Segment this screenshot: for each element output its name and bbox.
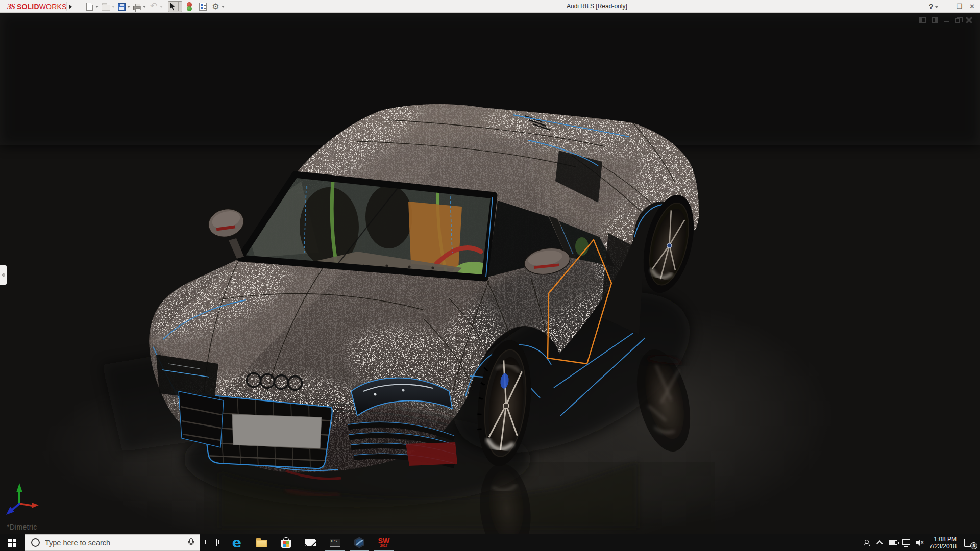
undo-arrow-icon: ↶ <box>149 2 158 11</box>
window-title: Audi R8 S [Read-only] <box>567 3 627 10</box>
rebuild-trafficlight-icon <box>186 2 192 11</box>
cortana-circle-icon <box>31 538 40 547</box>
new-document-button[interactable] <box>84 1 100 12</box>
start-button[interactable] <box>0 534 24 551</box>
task-view-button[interactable] <box>200 534 225 551</box>
gear-icon: ⚙ <box>211 2 220 11</box>
select-cursor-icon <box>170 3 177 11</box>
windows-logo-icon <box>8 539 16 547</box>
store-icon <box>281 540 291 548</box>
select-tool-button[interactable] <box>168 1 182 12</box>
volume-muted-icon[interactable]: × <box>913 534 926 551</box>
taskbar-item-store[interactable] <box>274 534 298 551</box>
open-button[interactable] <box>101 1 116 12</box>
task-view-icon <box>208 539 217 546</box>
red-lip-accent <box>406 442 457 466</box>
panel-tab-handle-icon <box>2 273 5 277</box>
show-hidden-icons-chevron[interactable] <box>873 534 887 551</box>
minimize-button[interactable]: – <box>945 3 949 10</box>
people-tray-icon[interactable] <box>860 534 873 551</box>
dropdown-arrow-icon[interactable] <box>143 6 146 8</box>
close-button[interactable]: ✕ <box>969 3 975 10</box>
tray-time: 1:08 PM <box>929 536 957 543</box>
dropdown-arrow-icon[interactable] <box>127 6 130 8</box>
save-floppy-icon <box>118 3 126 11</box>
file-properties-icon <box>199 3 207 11</box>
taskbar-item-solidworks[interactable]: SW 2017 <box>372 534 396 551</box>
license-plate-blank <box>232 414 322 448</box>
tray-date: 7/23/2018 <box>929 543 957 550</box>
taskbar-item-file-explorer[interactable] <box>249 534 274 551</box>
network-icon[interactable] <box>900 534 913 551</box>
battery-icon[interactable] <box>887 534 900 551</box>
document-restore-button[interactable] <box>955 18 960 23</box>
search-input[interactable] <box>45 539 188 547</box>
dropdown-arrow-icon[interactable] <box>935 6 938 8</box>
show-pane-right-icon[interactable] <box>932 17 938 23</box>
edge-icon: e <box>232 537 241 549</box>
titlebar: 3S SOLID WORKS ↶ ⚙ Audi R8 S [Read-only]… <box>0 0 980 13</box>
undo-button[interactable]: ↶ <box>148 1 164 12</box>
taskbar-item-mail[interactable] <box>298 534 323 551</box>
document-window-controls <box>919 17 972 23</box>
solidworks-logo: 3S SOLID WORKS <box>7 1 67 12</box>
print-button[interactable] <box>132 1 147 12</box>
window-controls: ? – ❐ ✕ <box>929 0 975 13</box>
ds-logo-icon: 3S <box>7 2 15 11</box>
view-orientation-label: *Dimetric <box>7 523 37 531</box>
dropdown-arrow-icon <box>112 6 115 8</box>
left-air-intake <box>179 391 224 447</box>
dropdown-arrow-icon <box>160 6 163 8</box>
save-button[interactable] <box>117 1 131 12</box>
taskbar-item-edrawings[interactable] <box>347 534 372 551</box>
desktop: 3S SOLID WORKS ↶ ⚙ Audi R8 S [Read-only]… <box>0 0 980 551</box>
windows-taskbar: e C:\ SW 20 <box>0 534 980 551</box>
3d-scene[interactable] <box>0 13 980 534</box>
taskbar-clock[interactable]: 1:08 PM 7/23/2018 <box>926 536 961 550</box>
flyout-arrow-icon <box>69 4 72 9</box>
solidworks-2017-icon: SW 2017 <box>378 538 390 548</box>
graphics-area[interactable]: *Dimetric <box>0 13 980 534</box>
taskbar-item-command-prompt[interactable]: C:\ <box>323 534 347 551</box>
dropdown-arrow-icon[interactable] <box>95 6 99 8</box>
mail-icon <box>305 539 316 546</box>
edrawings-hexagon-icon <box>354 537 364 548</box>
help-button[interactable]: ? <box>929 3 939 11</box>
open-folder-icon <box>102 5 110 11</box>
quick-access-toolbar: ↶ ⚙ <box>84 0 226 13</box>
action-center-button[interactable]: 3 <box>961 534 978 551</box>
notification-badge: 3 <box>970 542 977 549</box>
interior-orange-panel <box>408 202 462 269</box>
command-prompt-icon: C:\ <box>330 539 340 547</box>
printer-icon <box>133 6 141 10</box>
new-document-icon <box>86 3 93 11</box>
dropdown-arrow-icon[interactable] <box>222 6 225 8</box>
document-minimize-button[interactable] <box>944 17 949 22</box>
divider <box>178 2 179 11</box>
taskbar-search[interactable] <box>24 534 200 551</box>
menu-flyout-button[interactable] <box>66 2 74 11</box>
file-properties-button[interactable] <box>197 1 209 12</box>
rebuild-button[interactable] <box>183 1 195 12</box>
action-center-icon: 3 <box>964 539 974 547</box>
restore-button[interactable]: ❐ <box>956 3 962 10</box>
system-tray: × 1:08 PM 7/23/2018 3 <box>860 534 978 551</box>
file-explorer-icon <box>256 540 267 547</box>
feature-panel-collapsed-tab[interactable] <box>0 265 7 285</box>
microphone-icon[interactable] <box>188 538 193 547</box>
show-pane-left-icon[interactable] <box>919 17 926 23</box>
options-button[interactable]: ⚙ <box>210 1 226 12</box>
document-close-button[interactable] <box>966 17 972 23</box>
taskbar-app-icons: e C:\ SW 20 <box>200 534 396 551</box>
taskbar-item-edge[interactable]: e <box>225 534 249 551</box>
